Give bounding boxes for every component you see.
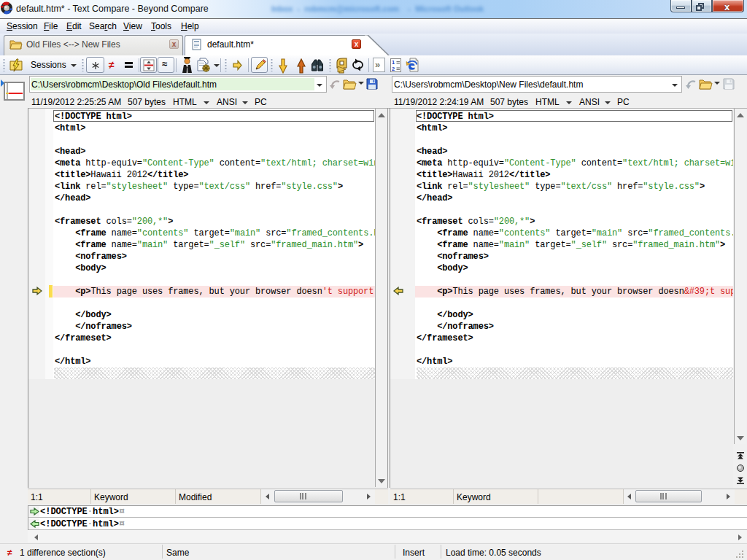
svg-text:2: 2 [392,66,395,72]
